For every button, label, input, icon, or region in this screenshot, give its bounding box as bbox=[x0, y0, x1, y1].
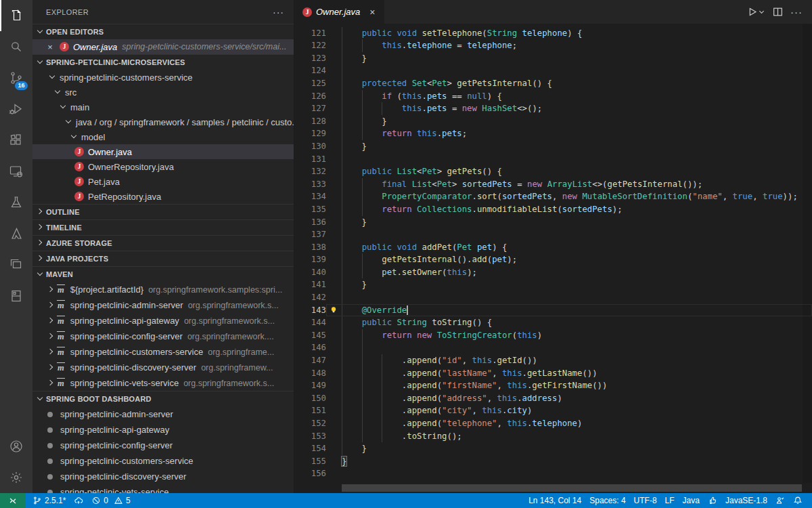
activity-explorer-icon[interactable] bbox=[0, 0, 32, 31]
tree-file-owner-java[interactable]: JOwner.java bbox=[32, 144, 294, 159]
activity-settings-icon[interactable] bbox=[0, 462, 32, 493]
code-line-133[interactable]: 133 final List<Pet> sortedPets = new Arr… bbox=[294, 178, 812, 191]
code-line-121[interactable]: 121 public void setTelephone(String tele… bbox=[294, 27, 812, 40]
tree-file-pet-java[interactable]: JPet.java bbox=[32, 174, 294, 189]
tree-folder-src[interactable]: src bbox=[32, 85, 294, 100]
section-workspace[interactable]: SPRING-PETCLINIC-MICROSERVICES bbox=[32, 54, 294, 70]
code-line-152[interactable]: 152 .append("telephone", this.telephone) bbox=[294, 417, 812, 430]
horizontal-scrollbar[interactable] bbox=[342, 484, 802, 492]
status-thumbsup[interactable] bbox=[704, 493, 721, 508]
lightbulb-icon[interactable] bbox=[329, 305, 338, 315]
tree-folder-model[interactable]: model bbox=[32, 129, 294, 144]
close-editor-icon[interactable]: × bbox=[45, 42, 55, 52]
tree-file-petrepository-java[interactable]: JPetRepository.java bbox=[32, 189, 294, 204]
code-line-145[interactable]: 145 return new ToStringCreator(this) bbox=[294, 329, 812, 342]
code-line-128[interactable]: 128 } bbox=[294, 115, 812, 128]
code-line-143[interactable]: 143 @Override bbox=[294, 304, 812, 317]
status-branch[interactable]: 2.5.1* bbox=[28, 493, 70, 508]
boot-app-spring-petclinic-discovery-server[interactable]: spring-petclinic-discovery-server bbox=[32, 469, 294, 484]
run-java-button[interactable] bbox=[746, 6, 765, 18]
open-editor-item[interactable]: ×JOwner.javaspring-petclinic-customers-s… bbox=[32, 39, 294, 54]
code-line-156[interactable]: 156 bbox=[294, 467, 812, 480]
code-line-136[interactable]: 136 } bbox=[294, 216, 812, 229]
section-java-projects[interactable]: JAVA PROJECTS bbox=[32, 251, 294, 266]
tree-folder-main[interactable]: main bbox=[32, 100, 294, 114]
code-lines[interactable]: 120121 public void setTelephone(String t… bbox=[294, 24, 812, 480]
status-java[interactable]: Java bbox=[679, 493, 704, 508]
code-line-129[interactable]: 129 return this.pets; bbox=[294, 127, 812, 140]
boot-app-spring-petclinic-customers-service[interactable]: spring-petclinic-customers-service bbox=[32, 453, 294, 469]
maven-project-spring-petclinic-api-gateway[interactable]: mspring-petclinic-api-gatewayorg.springf… bbox=[32, 313, 294, 329]
maven-project-spring-petclinic-vets-service[interactable]: mspring-petclinic-vets-serviceorg.spring… bbox=[32, 375, 294, 391]
code-line-155[interactable]: 155} bbox=[294, 455, 812, 468]
activity-remote-explorer-icon[interactable] bbox=[0, 156, 32, 187]
section-azure-storage[interactable]: AZURE STORAGE bbox=[32, 235, 294, 251]
code-line-130[interactable]: 130 } bbox=[294, 140, 812, 153]
vertical-scrollbar[interactable] bbox=[803, 24, 812, 483]
code-line-123[interactable]: 123 } bbox=[294, 52, 812, 65]
status-ln-143-col-14[interactable]: Ln 143, Col 14 bbox=[524, 493, 585, 508]
activity-azure-icon[interactable] bbox=[0, 218, 32, 249]
tab-close-icon[interactable]: × bbox=[367, 7, 378, 18]
code-line-127[interactable]: 127 this.pets = new HashSet<>(); bbox=[294, 102, 812, 115]
code-line-132[interactable]: 132 public List<Pet> getPets() { bbox=[294, 165, 812, 178]
section-open-editors[interactable]: OPEN EDITORS bbox=[32, 24, 294, 39]
activity-testing-icon[interactable] bbox=[0, 187, 32, 218]
status-spaces-4[interactable]: Spaces: 4 bbox=[585, 493, 629, 508]
maven-project-spring-petclinic-customers-service[interactable]: mspring-petclinic-customers-serviceorg.s… bbox=[32, 344, 294, 360]
code-line-154[interactable]: 154 } bbox=[294, 442, 812, 455]
code-line-146[interactable]: 146 bbox=[294, 341, 812, 354]
activity-run-debug-icon[interactable] bbox=[0, 93, 32, 125]
tab-owner-java[interactable]: J Owner.java × bbox=[294, 0, 384, 24]
maven-project--project-artifactid-[interactable]: m${project.artifactId}org.springframewor… bbox=[32, 282, 294, 297]
activity-windows-icon[interactable] bbox=[0, 249, 32, 280]
activity-notebook-icon[interactable] bbox=[0, 280, 32, 312]
boot-app-spring-petclinic-config-server[interactable]: spring-petclinic-config-server bbox=[32, 438, 294, 453]
tree-folder-spring-petclinic-customers-ser[interactable]: spring-petclinic-customers-service bbox=[32, 70, 294, 85]
section-spring-boot-dashboard[interactable]: SPRING BOOT DASHBOARD bbox=[32, 391, 294, 406]
code-line-144[interactable]: 144 public String toString() { bbox=[294, 316, 812, 329]
section-outline[interactable]: OUTLINE bbox=[32, 204, 294, 219]
boot-app-spring-petclinic-api-gateway[interactable]: spring-petclinic-api-gateway bbox=[32, 422, 294, 438]
code-line-150[interactable]: 150 .append("address", this.address) bbox=[294, 392, 812, 405]
status-cloud-upload[interactable] bbox=[70, 493, 87, 508]
code-line-139[interactable]: 139 getPetsInternal().add(pet); bbox=[294, 253, 812, 266]
chevron-down-icon[interactable] bbox=[759, 9, 765, 16]
activity-extensions-icon[interactable] bbox=[0, 125, 32, 156]
maven-project-spring-petclinic-discovery-server[interactable]: mspring-petclinic-discovery-serverorg.sp… bbox=[32, 360, 294, 375]
status-javase-1-8[interactable]: JavaSE-1.8 bbox=[721, 493, 771, 508]
code-line-125[interactable]: 125 protected Set<Pet> getPetsInternal()… bbox=[294, 77, 812, 90]
tree-folder-java-org-springframework-sampl[interactable]: java / org / springframework / samples /… bbox=[32, 114, 294, 129]
code-line-140[interactable]: 140 pet.setOwner(this); bbox=[294, 266, 812, 279]
code-line-147[interactable]: 147 .append("id", this.getId()) bbox=[294, 354, 812, 367]
split-editor-button[interactable] bbox=[772, 6, 784, 18]
status-utf-8[interactable]: UTF-8 bbox=[630, 493, 661, 508]
code-line-151[interactable]: 151 .append("city", this.city) bbox=[294, 404, 812, 417]
code-line-131[interactable]: 131 bbox=[294, 153, 812, 166]
code-line-135[interactable]: 135 return Collections.unmodifiableList(… bbox=[294, 203, 812, 216]
status-feedback[interactable] bbox=[771, 493, 789, 508]
status-bell[interactable] bbox=[789, 493, 807, 508]
remote-indicator[interactable] bbox=[0, 493, 26, 508]
code-line-153[interactable]: 153 .toString(); bbox=[294, 430, 812, 443]
maven-project-spring-petclinic-admin-server[interactable]: mspring-petclinic-admin-serverorg.spring… bbox=[32, 297, 294, 313]
code-line-148[interactable]: 148 .append("lastName", this.getLastName… bbox=[294, 367, 812, 380]
code-line-149[interactable]: 149 .append("firstName", this.getFirstNa… bbox=[294, 379, 812, 392]
section-maven[interactable]: MAVEN bbox=[32, 266, 294, 282]
status-lf[interactable]: LF bbox=[661, 493, 679, 508]
code-line-122[interactable]: 122 this.telephone = telephone; bbox=[294, 39, 812, 52]
boot-app-spring-petclinic-admin-server[interactable]: spring-petclinic-admin-server bbox=[32, 406, 294, 422]
code-line-134[interactable]: 134 PropertyComparator.sort(sortedPets, … bbox=[294, 190, 812, 203]
boot-app-spring-petclinic-vets-service[interactable]: spring-petclinic-vets-service bbox=[32, 484, 294, 493]
activity-search-icon[interactable] bbox=[0, 31, 32, 62]
explorer-more-actions-icon[interactable]: ··· bbox=[273, 7, 284, 18]
activity-source-control-icon[interactable]: 16 bbox=[0, 62, 32, 93]
editor-more-actions-icon[interactable]: ··· bbox=[790, 6, 803, 18]
code-line-137[interactable]: 137 bbox=[294, 228, 812, 241]
status-errors[interactable]: 05 bbox=[87, 493, 134, 508]
activity-account-icon[interactable] bbox=[0, 431, 32, 462]
tree-file-ownerrepository-java[interactable]: JOwnerRepository.java bbox=[32, 159, 294, 174]
code-line-126[interactable]: 126 if (this.pets == null) { bbox=[294, 90, 812, 103]
code-line-124[interactable]: 124 bbox=[294, 64, 812, 77]
code-line-138[interactable]: 138 public void addPet(Pet pet) { bbox=[294, 241, 812, 254]
